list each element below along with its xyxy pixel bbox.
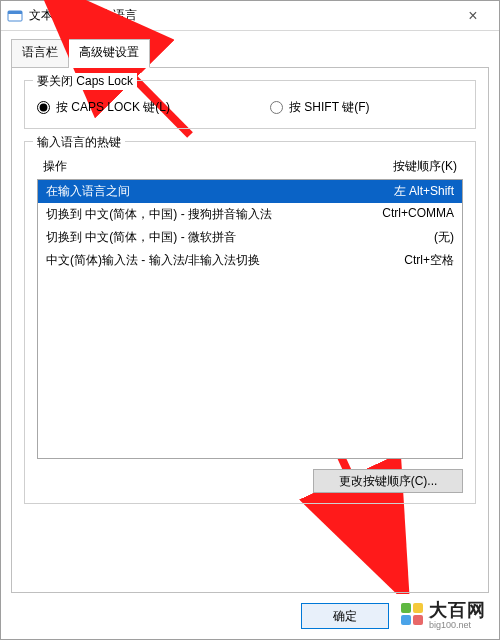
- window-title: 文本服务和输入语言: [29, 7, 453, 24]
- dialog-window: 文本服务和输入语言 × 语言栏 高级键设置 要关闭 Caps Lock 按 CA…: [0, 0, 500, 640]
- watermark-brand: 大百网: [429, 600, 486, 620]
- radio-shift-input[interactable]: [270, 101, 283, 114]
- hotkey-header: 操作 按键顺序(K): [37, 154, 463, 179]
- radio-capslock-label: 按 CAPS LOCK 键(L): [56, 99, 170, 116]
- hotkey-action: 切换到 中文(简体，中国) - 微软拼音: [46, 229, 236, 246]
- watermark: 大百网 big100.net: [395, 594, 492, 634]
- col-keyseq: 按键顺序(K): [393, 158, 457, 175]
- radio-shift-label: 按 SHIFT 键(F): [289, 99, 369, 116]
- radio-capslock[interactable]: 按 CAPS LOCK 键(L): [37, 99, 170, 116]
- hotkey-row[interactable]: 中文(简体)输入法 - 输入法/非输入法切换 Ctrl+空格: [38, 249, 462, 272]
- tab-language-bar[interactable]: 语言栏: [11, 39, 69, 68]
- tab-advanced-keys[interactable]: 高级键设置: [69, 39, 150, 68]
- hotkey-row[interactable]: 在输入语言之间 左 Alt+Shift: [38, 180, 462, 203]
- tab-strip: 语言栏 高级键设置: [1, 31, 499, 68]
- radio-shift[interactable]: 按 SHIFT 键(F): [270, 99, 369, 116]
- hotkey-keys: Ctrl+COMMA: [382, 206, 454, 223]
- watermark-domain: big100.net: [429, 620, 486, 630]
- capslock-fieldset: 要关闭 Caps Lock 按 CAPS LOCK 键(L) 按 SHIFT 键…: [24, 80, 476, 129]
- col-action: 操作: [43, 158, 67, 175]
- hotkeys-fieldset: 输入语言的热键 操作 按键顺序(K) 在输入语言之间 左 Alt+Shift 切…: [24, 141, 476, 504]
- hotkeys-legend: 输入语言的热键: [33, 134, 125, 151]
- title-bar: 文本服务和输入语言 ×: [1, 1, 499, 31]
- tab-panel: 要关闭 Caps Lock 按 CAPS LOCK 键(L) 按 SHIFT 键…: [11, 67, 489, 593]
- radio-capslock-input[interactable]: [37, 101, 50, 114]
- hotkey-action: 切换到 中文(简体，中国) - 搜狗拼音输入法: [46, 206, 272, 223]
- hotkey-list[interactable]: 在输入语言之间 左 Alt+Shift 切换到 中文(简体，中国) - 搜狗拼音…: [37, 179, 463, 459]
- hotkey-action: 中文(简体)输入法 - 输入法/非输入法切换: [46, 252, 260, 269]
- hotkey-keys: Ctrl+空格: [404, 252, 454, 269]
- hotkey-keys: 左 Alt+Shift: [394, 183, 454, 200]
- svg-rect-1: [8, 11, 22, 14]
- ok-button[interactable]: 确定: [301, 603, 389, 629]
- hotkey-action: 在输入语言之间: [46, 183, 130, 200]
- close-icon[interactable]: ×: [453, 7, 493, 25]
- hotkey-keys: (无): [434, 229, 454, 246]
- window-icon: [7, 8, 23, 24]
- change-key-sequence-button[interactable]: 更改按键顺序(C)...: [313, 469, 463, 493]
- hotkey-row[interactable]: 切换到 中文(简体，中国) - 微软拼音 (无): [38, 226, 462, 249]
- watermark-logo-icon: [401, 603, 423, 625]
- hotkey-row[interactable]: 切换到 中文(简体，中国) - 搜狗拼音输入法 Ctrl+COMMA: [38, 203, 462, 226]
- capslock-legend: 要关闭 Caps Lock: [33, 73, 137, 90]
